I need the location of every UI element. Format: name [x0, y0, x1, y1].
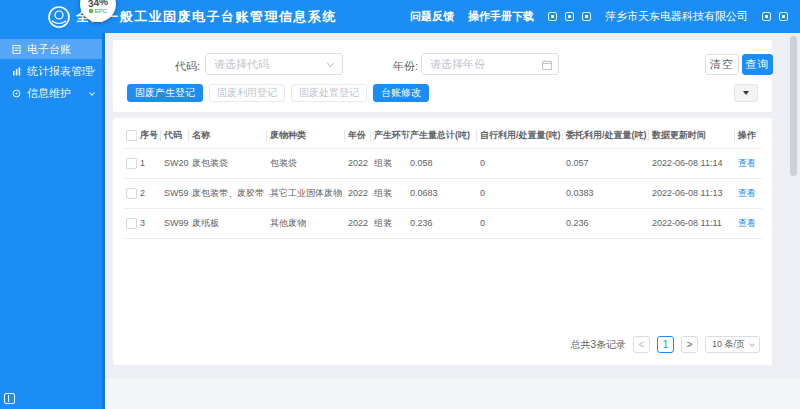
search-button[interactable]: 查询 [742, 54, 773, 75]
header-icon-cluster [548, 12, 591, 21]
register-generation-button[interactable]: 固废产生登记 [127, 84, 203, 102]
cell-name: 废包装带、废胶带 [189, 178, 267, 208]
filter-panel: 代码: 年份: 清空 查询 固废产生登记 固废利用登记 固废处置登记 台账修改 [113, 40, 772, 112]
cell-no: 1 [137, 148, 161, 178]
sidebar-item-maintenance[interactable]: 信息维护 [0, 83, 102, 103]
cell-stage: 组装 [371, 178, 407, 208]
cell-entrust: 0.236 [563, 208, 649, 238]
code-select-input[interactable] [206, 54, 342, 74]
cell-self: 0 [477, 148, 563, 178]
cell-stage: 组装 [371, 148, 407, 178]
main-content: 代码: 年份: 清空 查询 固废产生登记 固废利用登记 固废处置登记 台账修改 [105, 33, 800, 409]
maintenance-icon [12, 89, 21, 98]
page-footer-area [105, 379, 800, 409]
cell-code: SW20 [161, 148, 189, 178]
col-year: 年份 [345, 124, 371, 148]
chevron-down-icon [749, 341, 755, 347]
page-size-select[interactable]: 10 条/页 [705, 336, 760, 353]
header-actions: 问题反馈 操作手册下载 萍乡市天东电器科技有限公司 [410, 9, 790, 24]
app-header: 全国一般工业固废电子台账管理信息系统 34% EPC 问题反馈 操作手册下载 萍… [0, 0, 800, 33]
col-stage: 产生环节 [371, 124, 407, 148]
ledger-table-panel: 序号 代码 名称 废物种类 年份 产生环节 产生量总计(吨) 自行利用/处置量(… [113, 118, 772, 365]
cell-name: 废包装袋 [189, 148, 267, 178]
cell-type: 包装袋 [267, 148, 345, 178]
cell-year: 2022 [345, 178, 371, 208]
clear-button[interactable]: 清空 [705, 54, 739, 75]
table-row: 2 SW59 废包装带、废胶带 其它工业固体废物 2022 组装 0.0683 … [123, 178, 762, 208]
row-checkbox[interactable] [126, 218, 137, 229]
calendar-icon [542, 60, 552, 70]
sidebar-item-reports[interactable]: 统计报表管理 [0, 61, 102, 81]
next-page-button[interactable]: > [681, 336, 698, 353]
col-total: 产生量总计(吨) [407, 124, 477, 148]
cell-updated: 2022-06-08 11:11 [649, 208, 735, 238]
cell-total: 0.236 [407, 208, 477, 238]
app-title: 全国一般工业固废电子台账管理信息系统 [76, 8, 337, 26]
col-no: 序号 [137, 124, 161, 148]
register-utilization-button[interactable]: 固废利用登记 [209, 84, 285, 102]
col-code: 代码 [161, 124, 189, 148]
cell-updated: 2022-06-08 11:13 [649, 178, 735, 208]
sidebar-collapse-icon[interactable] [4, 393, 15, 404]
table-row: 1 SW20 废包装袋 包装袋 2022 组装 0.058 0 0.057 20… [123, 148, 762, 178]
cell-updated: 2022-06-08 11:14 [649, 148, 735, 178]
company-name: 萍乡市天东电器科技有限公司 [605, 9, 748, 24]
ledger-icon [12, 45, 21, 54]
more-options-button[interactable] [734, 84, 758, 102]
cell-name: 废纸板 [189, 208, 267, 238]
vertical-scrollbar[interactable] [790, 36, 797, 176]
sidebar: 电子台账 统计报表管理 信息维护 [0, 33, 105, 409]
sidebar-item-label: 信息维护 [27, 86, 71, 101]
page-number-button[interactable]: 1 [657, 336, 674, 353]
feedback-link[interactable]: 问题反馈 [410, 9, 454, 24]
table-row: 3 SW99 废纸板 其他废物 2022 组装 0.236 0 0.236 20… [123, 208, 762, 238]
message-icon[interactable] [548, 12, 557, 21]
prev-page-button[interactable]: < [633, 336, 650, 353]
select-all-checkbox[interactable] [126, 130, 137, 141]
modify-ledger-button[interactable]: 台账修改 [373, 84, 429, 102]
view-link[interactable]: 查看 [738, 158, 756, 168]
page-size-value: 10 条/页 [712, 338, 745, 351]
sidebar-item-label: 统计报表管理 [27, 64, 93, 79]
logout-icon[interactable] [779, 12, 788, 21]
table-header-row: 序号 代码 名称 废物种类 年份 产生环节 产生量总计(吨) 自行利用/处置量(… [123, 124, 762, 148]
cell-entrust: 0.0383 [563, 178, 649, 208]
pagination: 总共3条记录 < 1 > 10 条/页 [570, 336, 760, 353]
cell-year: 2022 [345, 208, 371, 238]
code-select[interactable] [205, 53, 343, 75]
code-label: 代码: [175, 59, 200, 74]
header-icon-cluster-2 [762, 12, 788, 21]
cell-type: 其它工业固体废物 [267, 178, 345, 208]
app-logo [48, 6, 70, 28]
chevron-down-icon [92, 69, 96, 73]
cell-stage: 组装 [371, 208, 407, 238]
cell-total: 0.058 [407, 148, 477, 178]
cell-entrust: 0.057 [563, 148, 649, 178]
cell-total: 0.0683 [407, 178, 477, 208]
view-link[interactable]: 查看 [738, 188, 756, 198]
col-self-use: 自行利用/处置量(吨) [477, 124, 563, 148]
user-icon[interactable] [582, 12, 591, 21]
year-input[interactable] [422, 54, 558, 74]
cell-self: 0 [477, 178, 563, 208]
settings-icon[interactable] [762, 12, 771, 21]
year-picker[interactable] [421, 53, 559, 75]
col-name: 名称 [189, 124, 267, 148]
sidebar-item-label: 电子台账 [27, 42, 71, 57]
year-label: 年份: [393, 59, 418, 74]
col-updated: 数据更新时间 [649, 124, 735, 148]
col-waste-type: 废物种类 [267, 124, 345, 148]
fullscreen-icon[interactable] [565, 12, 574, 21]
action-button-row: 固废产生登记 固废利用登记 固废处置登记 台账修改 [127, 84, 429, 102]
manual-download-link[interactable]: 操作手册下载 [468, 9, 534, 24]
report-icon [12, 67, 21, 76]
cell-no: 3 [137, 208, 161, 238]
row-checkbox[interactable] [126, 188, 137, 199]
cell-code: SW59 [161, 178, 189, 208]
register-disposal-button[interactable]: 固废处置登记 [291, 84, 367, 102]
row-checkbox[interactable] [126, 158, 137, 169]
cell-no: 2 [137, 178, 161, 208]
sidebar-item-ledger[interactable]: 电子台账 [0, 39, 102, 59]
view-link[interactable]: 查看 [738, 218, 756, 228]
cell-type: 其他废物 [267, 208, 345, 238]
